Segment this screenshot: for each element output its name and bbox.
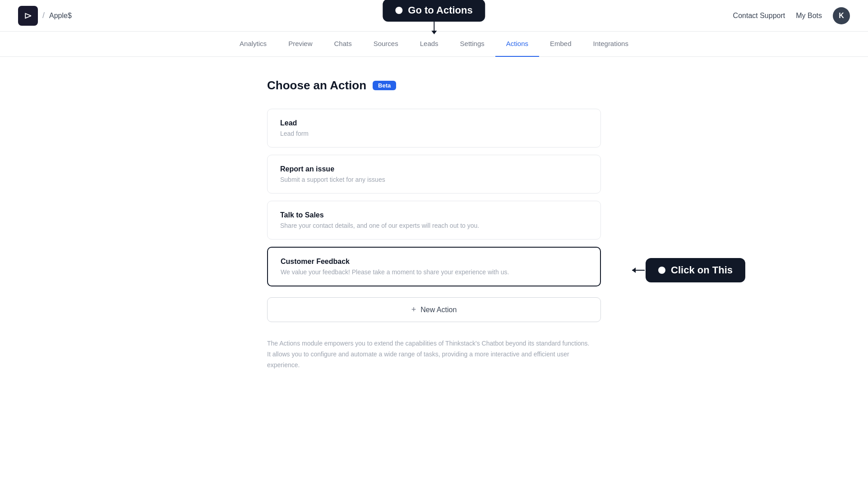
tab-integrations[interactable]: Integrations: [582, 32, 639, 57]
avatar[interactable]: K: [833, 7, 850, 24]
new-action-label: New Action: [420, 306, 457, 314]
click-tooltip-line: [632, 270, 645, 271]
tab-preview[interactable]: Preview: [277, 32, 323, 57]
beta-badge: Beta: [373, 81, 396, 90]
action-card-lead[interactable]: Lead Lead form: [267, 109, 601, 148]
action-card-report-desc: Submit a support ticket for any issues: [280, 176, 588, 183]
action-card-feedback[interactable]: Customer Feedback We value your feedback…: [267, 247, 601, 286]
tab-embed[interactable]: Embed: [539, 32, 582, 57]
breadcrumb-name: Apple$: [49, 12, 72, 20]
tooltip-dot: [395, 7, 402, 14]
tab-leads[interactable]: Leads: [409, 32, 449, 57]
header: ⊳ / Apple$ Go to Actions Contact Support…: [0, 0, 868, 32]
tab-settings[interactable]: Settings: [449, 32, 495, 57]
main-content: Choose an Action Beta Lead Lead form Rep…: [258, 57, 610, 397]
action-card-report[interactable]: Report an issue Submit a support ticket …: [267, 155, 601, 194]
action-card-lead-title: Lead: [280, 119, 588, 127]
action-card-sales[interactable]: Talk to Sales Share your contact details…: [267, 201, 601, 240]
click-on-this-label: Click on This: [671, 264, 733, 276]
action-card-feedback-title: Customer Feedback: [281, 258, 587, 266]
goto-actions-tooltip-container: Go to Actions: [383, 0, 485, 22]
tab-sources[interactable]: Sources: [363, 32, 409, 57]
action-card-feedback-desc: We value your feedback! Please take a mo…: [281, 268, 587, 276]
nav-tabs: Analytics Preview Chats Sources Leads Se…: [0, 32, 868, 57]
goto-actions-label: Go to Actions: [408, 5, 472, 16]
breadcrumb-separator: /: [42, 11, 45, 20]
page-header: Choose an Action Beta: [267, 78, 601, 92]
footer-description: The Actions module empowers you to exten…: [267, 338, 592, 370]
header-right: Contact Support My Bots K: [733, 7, 850, 24]
plus-icon: +: [411, 305, 416, 314]
action-card-lead-desc: Lead form: [280, 130, 588, 137]
header-left: ⊳ / Apple$: [18, 6, 72, 26]
action-card-sales-title: Talk to Sales: [280, 211, 588, 219]
action-card-sales-desc: Share your contact details, and one of o…: [280, 222, 588, 229]
tab-chats[interactable]: Chats: [323, 32, 362, 57]
action-card-report-title: Report an issue: [280, 165, 588, 173]
contact-support-link[interactable]: Contact Support: [733, 12, 785, 20]
my-bots-link[interactable]: My Bots: [796, 12, 822, 20]
click-tooltip-arrow: [632, 270, 645, 271]
feedback-card-container: Customer Feedback We value your feedback…: [267, 247, 601, 294]
tab-actions[interactable]: Actions: [495, 32, 539, 57]
logo-icon[interactable]: ⊳: [18, 6, 38, 26]
tooltip-arrow: [434, 22, 434, 32]
click-on-this-tooltip: Click on This: [646, 258, 745, 282]
page-title: Choose an Action: [267, 78, 366, 92]
click-tooltip-dot: [658, 267, 665, 274]
new-action-button[interactable]: + New Action: [267, 297, 601, 322]
goto-actions-tooltip: Go to Actions: [383, 0, 485, 22]
tab-analytics[interactable]: Analytics: [229, 32, 277, 57]
